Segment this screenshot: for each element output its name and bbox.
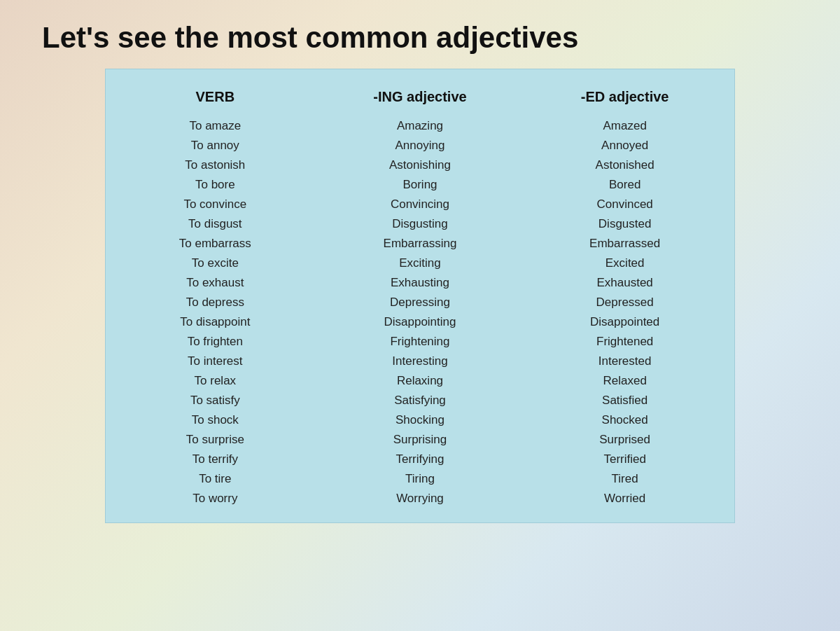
cell-verb: To surprise xyxy=(113,430,318,450)
cell-verb: To disappoint xyxy=(113,312,318,332)
adjectives-table-container: VERB -ING adjective -ED adjective To ama… xyxy=(105,69,735,523)
cell-ed: Satisfied xyxy=(522,391,727,410)
cell-ing: Disappointing xyxy=(318,312,523,332)
cell-ing: Surprising xyxy=(318,430,523,450)
cell-ing: Annoying xyxy=(318,136,523,155)
cell-ed: Embarrassed xyxy=(522,234,727,254)
cell-ing: Embarrassing xyxy=(318,234,523,254)
table-row: To annoyAnnoyingAnnoyed xyxy=(113,136,727,155)
cell-verb: To satisfy xyxy=(113,391,318,410)
cell-verb: To convince xyxy=(113,195,318,214)
table-row: To worryWorryingWorried xyxy=(113,489,727,508)
cell-verb: To disgust xyxy=(113,214,318,234)
cell-ing: Frightening xyxy=(318,332,523,352)
table-row: To depressDepressingDepressed xyxy=(113,293,727,312)
cell-verb: To embarrass xyxy=(113,234,318,254)
cell-ing: Terrifying xyxy=(318,450,523,469)
cell-verb: To tire xyxy=(113,469,318,489)
table-row: To satisfySatisfyingSatisfied xyxy=(113,391,727,410)
cell-ed: Astonished xyxy=(522,155,727,175)
cell-ed: Disappointed xyxy=(522,312,727,332)
cell-ing: Disgusting xyxy=(318,214,523,234)
table-row: To astonishAstonishingAstonished xyxy=(113,155,727,175)
header-ed: -ED adjective xyxy=(522,83,727,116)
cell-verb: To depress xyxy=(113,293,318,312)
cell-verb: To shock xyxy=(113,410,318,430)
cell-ed: Exhausted xyxy=(522,273,727,293)
cell-ed: Bored xyxy=(522,175,727,195)
cell-ing: Astonishing xyxy=(318,155,523,175)
table-row: To embarrassEmbarrassingEmbarrassed xyxy=(113,234,727,254)
cell-ed: Disgusted xyxy=(522,214,727,234)
cell-ing: Interesting xyxy=(318,352,523,371)
table-row: To disappointDisappointingDisappointed xyxy=(113,312,727,332)
cell-ed: Interested xyxy=(522,352,727,371)
table-row: To terrifyTerrifyingTerrified xyxy=(113,450,727,469)
table-row: To shockShockingShocked xyxy=(113,410,727,430)
header-verb: VERB xyxy=(113,83,318,116)
cell-verb: To interest xyxy=(113,352,318,371)
cell-ing: Boring xyxy=(318,175,523,195)
cell-ed: Terrified xyxy=(522,450,727,469)
table-row: To disgustDisgustingDisgusted xyxy=(113,214,727,234)
table-row: To tireTiringTired xyxy=(113,469,727,489)
table-row: To exciteExcitingExcited xyxy=(113,254,727,273)
cell-ed: Tired xyxy=(522,469,727,489)
table-row: To exhaustExhaustingExhausted xyxy=(113,273,727,293)
cell-ed: Shocked xyxy=(522,410,727,430)
cell-verb: To excite xyxy=(113,254,318,273)
cell-ing: Convincing xyxy=(318,195,523,214)
table-row: To boreBoringBored xyxy=(113,175,727,195)
header-ing: -ING adjective xyxy=(318,83,523,116)
page-title: Let's see the most common adjectives xyxy=(42,21,798,55)
cell-ed: Excited xyxy=(522,254,727,273)
cell-ed: Depressed xyxy=(522,293,727,312)
cell-ing: Relaxing xyxy=(318,371,523,391)
cell-verb: To exhaust xyxy=(113,273,318,293)
cell-ed: Frightened xyxy=(522,332,727,352)
cell-ing: Worrying xyxy=(318,489,523,508)
cell-ing: Exciting xyxy=(318,254,523,273)
table-row: To relaxRelaxingRelaxed xyxy=(113,371,727,391)
cell-verb: To frighten xyxy=(113,332,318,352)
cell-ed: Convinced xyxy=(522,195,727,214)
table-row: To surpriseSurprisingSurprised xyxy=(113,430,727,450)
cell-ing: Amazing xyxy=(318,116,523,136)
cell-verb: To terrify xyxy=(113,450,318,469)
cell-ing: Exhausting xyxy=(318,273,523,293)
cell-verb: To bore xyxy=(113,175,318,195)
cell-ing: Tiring xyxy=(318,469,523,489)
cell-ing: Depressing xyxy=(318,293,523,312)
cell-verb: To astonish xyxy=(113,155,318,175)
cell-ing: Satisfying xyxy=(318,391,523,410)
cell-ed: Annoyed xyxy=(522,136,727,155)
cell-ing: Shocking xyxy=(318,410,523,430)
cell-verb: To worry xyxy=(113,489,318,508)
table-row: To interestInterestingInterested xyxy=(113,352,727,371)
cell-ed: Relaxed xyxy=(522,371,727,391)
cell-verb: To amaze xyxy=(113,116,318,136)
table-row: To frightenFrighteningFrightened xyxy=(113,332,727,352)
table-row: To amazeAmazingAmazed xyxy=(113,116,727,136)
cell-ed: Surprised xyxy=(522,430,727,450)
cell-ed: Worried xyxy=(522,489,727,508)
cell-verb: To relax xyxy=(113,371,318,391)
table-row: To convinceConvincingConvinced xyxy=(113,195,727,214)
cell-verb: To annoy xyxy=(113,136,318,155)
adjectives-table: VERB -ING adjective -ED adjective To ama… xyxy=(113,83,727,508)
cell-ed: Amazed xyxy=(522,116,727,136)
